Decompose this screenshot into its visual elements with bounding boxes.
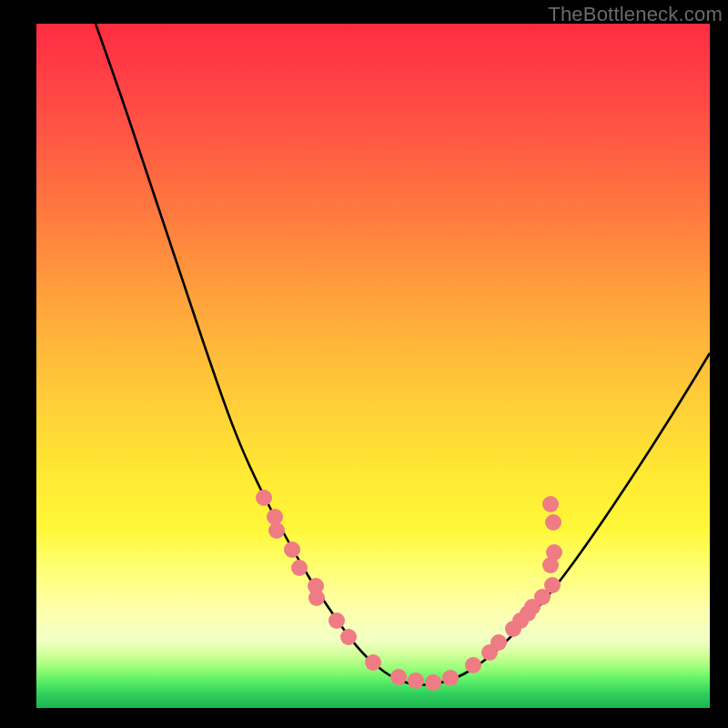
- data-dot: [408, 672, 424, 689]
- chart-frame: TheBottleneck.com: [0, 0, 728, 728]
- curve-line: [96, 24, 710, 685]
- data-dot: [284, 541, 300, 558]
- data-dot: [490, 634, 507, 651]
- data-dot: [268, 522, 285, 539]
- data-dot: [340, 629, 357, 645]
- data-dot: [308, 590, 325, 606]
- watermark-text: TheBottleneck.com: [548, 3, 723, 26]
- data-dot: [329, 612, 345, 629]
- data-dot: [546, 544, 562, 561]
- data-dot: [425, 674, 441, 691]
- data-dot: [545, 514, 561, 531]
- data-dot: [256, 490, 272, 506]
- data-dot: [465, 657, 481, 673]
- data-dot: [542, 496, 559, 512]
- data-dot: [544, 577, 561, 593]
- data-dot: [442, 670, 459, 686]
- bottleneck-curve: [36, 24, 710, 708]
- data-dot: [291, 560, 308, 576]
- data-dots: [256, 490, 562, 691]
- data-dot: [365, 654, 381, 671]
- plot-area: [36, 24, 710, 708]
- data-dot: [390, 669, 407, 685]
